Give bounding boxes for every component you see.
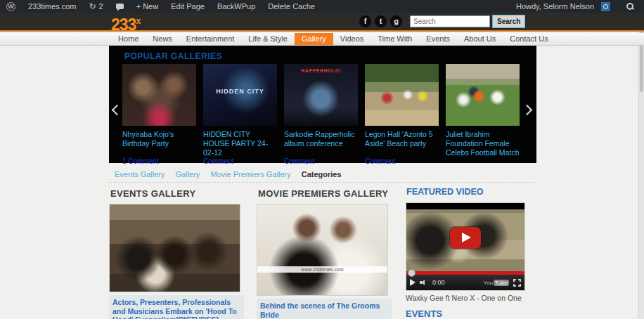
carousel-item: Juliet Ibrahim Foundation Female Celebs … (446, 64, 520, 165)
nav-item-news[interactable]: News (146, 33, 179, 45)
events-gallery-caption-link[interactable]: Actors, Presenters, Professionals and Mu… (109, 295, 244, 319)
howdy-text: Howdy, Selorm Nelson (516, 0, 594, 13)
video-thumbnail[interactable] (406, 203, 524, 271)
avatar (601, 2, 610, 11)
featured-video-heading: FEATURED VIDEO (406, 187, 527, 197)
nav-item-home[interactable]: Home (111, 33, 146, 45)
wp-admin-bar: W 233times.com ↻ 2 + New Edit Page BackW… (0, 0, 644, 13)
tabs-divider (109, 182, 536, 183)
events-gallery-heading: EVENTS GALLERY (110, 188, 244, 199)
wordpress-logo-icon: W (6, 2, 15, 11)
volume-icon[interactable] (420, 279, 428, 286)
my-account-menu[interactable]: Howdy, Selorm Nelson (510, 0, 619, 13)
carousel-thumbnail-rapperholic[interactable]: RAPPERHOLIC (284, 64, 358, 126)
nav-item-about-us[interactable]: About Us (457, 33, 503, 45)
movie-premiers-photo[interactable]: www.233times.com (257, 204, 388, 296)
movie-premiers-heading: MOVIE PREMIERS GALLERY (258, 188, 392, 199)
nav-item-gallery[interactable]: Gallery (295, 33, 333, 45)
popular-galleries-carousel: POPULAR GALLERIES Nhyiraba Kojo's Birthd… (109, 46, 536, 163)
comment-link[interactable]: Comment (284, 157, 358, 165)
updates-menu[interactable]: ↻ 2 (82, 0, 109, 13)
scrubber-handle[interactable] (408, 269, 416, 277)
carousel-prev-arrow-icon[interactable] (112, 105, 123, 116)
google-icon[interactable]: g (390, 15, 402, 27)
site-name-menu[interactable]: 233times.com (22, 0, 82, 13)
page: W 233times.com ↻ 2 + New Edit Page BackW… (0, 0, 644, 319)
edit-page-label: Edit Page (171, 0, 205, 13)
carousel-caption[interactable]: Nhyiraba Kojo's Birthday Party (122, 130, 196, 157)
new-content-menu[interactable]: + New (130, 0, 165, 13)
fullscreen-icon[interactable] (513, 279, 521, 287)
comments-menu[interactable] (110, 0, 130, 13)
comments-icon (116, 4, 124, 9)
play-overlay-icon[interactable] (450, 227, 481, 249)
movie-premiers-caption-link[interactable]: Behind the scenes of The Grooms Bride (257, 299, 392, 319)
site-name: 233times.com (28, 0, 76, 13)
featured-video-caption: Waxky Gee ft Nero X - One on One (406, 294, 527, 302)
updates-icon: ↻ (89, 0, 96, 13)
header-search: Search (410, 15, 525, 28)
tab-movie-premiers-gallery[interactable]: Movie Premiers Gallery (210, 170, 290, 178)
backwpup-label: BackWPup (217, 0, 255, 13)
search-icon (626, 2, 634, 11)
tab-events-gallery[interactable]: Events Gallery (115, 170, 165, 178)
scrollbar[interactable] (638, 13, 644, 319)
youtube-logo-tube: Tube (494, 280, 509, 286)
carousel-item: HIDDEN CITY HIDDEN CITY HOUSE PARTY 24-0… (203, 64, 277, 165)
nav-item-entertainment[interactable]: Entertainment (179, 33, 241, 45)
twitter-icon[interactable]: t (375, 15, 387, 27)
search-input[interactable] (410, 15, 490, 27)
video-progress-bar[interactable] (406, 271, 524, 275)
carousel-caption[interactable]: HIDDEN CITY HOUSE PARTY 24-02-12 (203, 130, 277, 157)
comment-link[interactable]: 1 Comment (122, 157, 196, 165)
gallery-tabs: Events Gallery Gallery Movie Premiers Ga… (115, 170, 342, 178)
youtube-logo[interactable]: You Tube (484, 280, 509, 286)
edit-page-button[interactable]: Edit Page (165, 0, 211, 13)
events-widget-heading: EVENTS (406, 308, 527, 319)
carousel-next-arrow-icon[interactable] (522, 105, 533, 116)
nav-item-videos[interactable]: Videos (333, 33, 371, 45)
carousel-item: RAPPERHOLIC Sarkodie Rapperholic album c… (284, 64, 358, 165)
events-gallery-photo[interactable] (109, 204, 240, 292)
admin-bar-right: Howdy, Selorm Nelson (510, 0, 644, 13)
delete-cache-label: Delete Cache (268, 0, 315, 13)
youtube-player[interactable]: 0:00 You Tube (406, 202, 525, 291)
carousel-thumbnail-football[interactable] (446, 64, 520, 126)
wordpress-menu[interactable]: W (0, 0, 22, 13)
search-button[interactable]: Search (492, 15, 525, 28)
carousel-thumbnail-nhyiraba[interactable] (122, 64, 196, 126)
facebook-icon[interactable]: f (359, 15, 371, 27)
comment-link[interactable]: Comment (365, 157, 439, 165)
site-logo[interactable]: 233x (111, 13, 141, 34)
youtube-logo-you: You (484, 280, 494, 286)
carousel-thumbnail-legon-hall[interactable] (365, 64, 439, 126)
video-controls: 0:00 You Tube (406, 275, 524, 290)
carousel-track: Nhyiraba Kojo's Birthday Party 1 Comment… (122, 64, 520, 165)
new-content-label: + New (136, 0, 159, 13)
delete-cache-button[interactable]: Delete Cache (262, 0, 321, 13)
carousel-item: Legon Hall 'Azonto 5 Aside' Beach party … (365, 64, 439, 165)
photo-watermark: www.233times.com (257, 266, 387, 273)
social-icons: f t g (359, 15, 402, 27)
nav-item-events[interactable]: Events (419, 33, 457, 45)
tab-categories[interactable]: Categories (302, 170, 342, 178)
carousel-caption[interactable]: Sarkodie Rapperholic album conference (284, 130, 358, 157)
updates-count: 2 (99, 0, 103, 13)
admin-search-button[interactable] (619, 0, 640, 13)
events-gallery-section: EVENTS GALLERY Actors, Presenters, Profe… (109, 187, 244, 319)
site-header: 233x f t g Search (0, 13, 644, 32)
video-time: 0:00 (432, 279, 445, 286)
nav-item-life-style[interactable]: Life & Style (241, 33, 295, 45)
logo-text: 233 (111, 15, 136, 34)
thumbnail-overlay-text: RAPPERHOLIC (284, 68, 358, 73)
nav-item-time-with[interactable]: Time With (371, 33, 419, 45)
backwpup-menu[interactable]: BackWPup (211, 0, 262, 13)
nav-item-contact-us[interactable]: Contact Us (503, 33, 555, 45)
carousel-item: Nhyiraba Kojo's Birthday Party 1 Comment (122, 64, 196, 165)
carousel-caption[interactable]: Legon Hall 'Azonto 5 Aside' Beach party (365, 130, 439, 157)
play-button-icon[interactable] (410, 279, 416, 286)
tab-gallery[interactable]: Gallery (176, 170, 200, 178)
comment-link[interactable]: Comment (203, 157, 277, 165)
carousel-caption[interactable]: Juliet Ibrahim Foundation Female Celebs … (446, 130, 520, 157)
carousel-thumbnail-hidden-city[interactable]: HIDDEN CITY (203, 64, 277, 126)
